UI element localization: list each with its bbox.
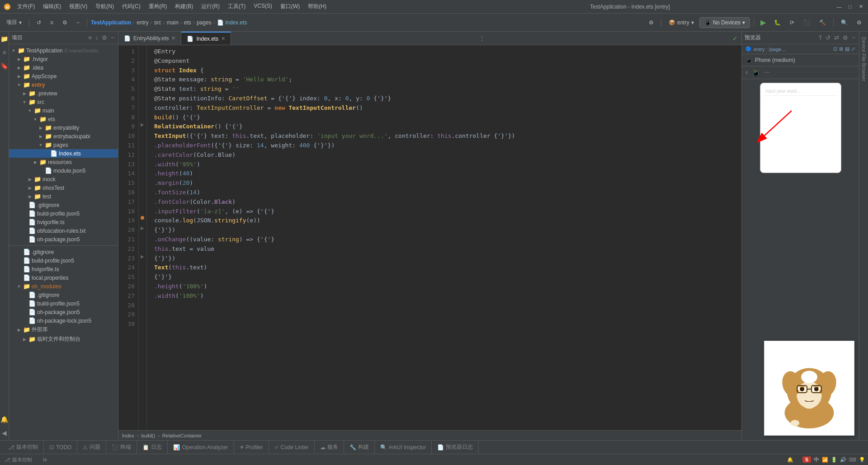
tab-entry-ability[interactable]: 📄 EntryAbility.ets ✕ bbox=[118, 32, 181, 45]
tree-item-oh-pkg[interactable]: 📄 oh-package.json5 bbox=[9, 308, 118, 316]
code-editor[interactable]: 12345 678910 1112131415 1617181920 21222… bbox=[118, 45, 741, 430]
preview-refresh-icon[interactable]: ↺ bbox=[825, 33, 831, 42]
menu-tools[interactable]: 工具(T) bbox=[224, 2, 249, 11]
tree-collapse-icon[interactable]: ↕ bbox=[94, 33, 99, 42]
tab-profiler[interactable]: ✈ Profiler bbox=[234, 441, 269, 454]
project-dropdown[interactable]: 项目 ▾ bbox=[3, 16, 25, 29]
breadcrumb-main[interactable]: main bbox=[167, 19, 179, 26]
no-devices-button[interactable]: 📱 No Devices ▾ bbox=[699, 17, 750, 28]
tree-item-root-build[interactable]: 📄 build-profile.json5 bbox=[9, 256, 118, 265]
bookmark-icon[interactable]: 🔖 bbox=[0, 61, 9, 71]
minimize-button[interactable]: — bbox=[835, 3, 843, 10]
tree-item-test[interactable]: ▶ 📁 test bbox=[9, 192, 118, 201]
tree-item-index-ets[interactable]: 📄 Index.ets bbox=[9, 149, 118, 158]
tab-todo[interactable]: ☑ TODO bbox=[44, 441, 77, 454]
status-notifications[interactable]: 🔔 bbox=[785, 457, 795, 463]
tree-item-oh-package[interactable]: 📄 oh-package.json5 bbox=[9, 235, 118, 244]
tree-item-scratch[interactable]: ▶ 📁 临时文件和控制台 bbox=[9, 334, 118, 344]
tree-close-icon[interactable]: − bbox=[110, 33, 115, 42]
tree-settings-icon[interactable]: ⚙ bbox=[101, 33, 108, 42]
settings-button[interactable]: ⚙ bbox=[59, 16, 71, 29]
tab-services[interactable]: ☁ 服务 bbox=[315, 441, 344, 454]
tab-index-ets-close[interactable]: ✕ bbox=[221, 36, 225, 42]
preview-settings-icon[interactable]: ⚙ bbox=[842, 33, 849, 42]
tree-item-resources[interactable]: ▶ 📁 resources bbox=[9, 158, 118, 166]
tree-item-ohostest[interactable]: ▶ 📁 ohosTest bbox=[9, 183, 118, 192]
tab-index-ets[interactable]: 📄 Index.ets ✕ bbox=[181, 32, 231, 45]
breadcrumb-app[interactable]: TestApplication bbox=[91, 19, 131, 26]
nav-phone-button[interactable]: 📱 bbox=[751, 68, 760, 77]
tree-item-module-json[interactable]: 📄 module.json5 bbox=[9, 166, 118, 175]
menu-window[interactable]: 窗口(W) bbox=[277, 2, 303, 11]
menu-build[interactable]: 构建(B) bbox=[171, 2, 197, 11]
tree-expand-icon[interactable]: ≡ bbox=[87, 33, 93, 42]
debug-button[interactable]: 🐛 bbox=[770, 16, 784, 29]
menu-vcs[interactable]: VCS(S) bbox=[250, 2, 276, 11]
sidebar-toggle-icon[interactable]: ◀ bbox=[1, 427, 8, 438]
nav-more-button[interactable]: ··· bbox=[764, 68, 770, 77]
ime-badge[interactable]: S bbox=[802, 456, 811, 463]
tab-log[interactable]: 📋 日志 bbox=[137, 441, 168, 454]
stop-button[interactable]: ⬛ bbox=[800, 16, 814, 29]
tab-operation-analyzer[interactable]: 📊 Operation Analyzer bbox=[168, 441, 234, 454]
status-version-control[interactable]: ⎇ 版本控制 bbox=[3, 456, 34, 463]
preview-view-icon[interactable]: ⊡ bbox=[833, 46, 837, 52]
run-button[interactable]: ▶ bbox=[758, 16, 769, 29]
build-button-2[interactable]: 🔨 bbox=[816, 16, 830, 29]
tree-root[interactable]: ▼ 📁 TestApplication E:\nana\Deskto bbox=[9, 46, 118, 55]
fold-arrow-9[interactable]: ▶ bbox=[141, 122, 144, 127]
menu-refactor[interactable]: 重构(R) bbox=[145, 2, 171, 11]
status-ie[interactable]: Ie bbox=[41, 457, 49, 462]
fold-arrow-23[interactable]: ▶ bbox=[141, 254, 144, 259]
tree-item-entry[interactable]: ▼ 📁 entry bbox=[9, 80, 118, 89]
tab-terminal[interactable]: ⬛ 终端 bbox=[106, 441, 137, 454]
preview-grid-icon[interactable]: ⊞ bbox=[839, 46, 843, 52]
tree-item-pages[interactable]: ▼ 📁 pages bbox=[9, 141, 118, 149]
tree-item-oh-modules[interactable]: ▼ 📁 oh_modules bbox=[9, 282, 118, 291]
collapse-button[interactable]: ≡ bbox=[47, 16, 57, 29]
entry-dropdown[interactable]: 📦 entry ▾ bbox=[665, 16, 698, 29]
tree-item-entryability[interactable]: ▶ 📁 entryability bbox=[9, 123, 118, 132]
tab-preview-log[interactable]: 📄 预览器日志 bbox=[432, 441, 479, 454]
tree-item-oh-gitignore[interactable]: 📄 .gitignore bbox=[9, 291, 118, 299]
breadcrumb-pages[interactable]: pages bbox=[197, 19, 212, 26]
settings-main-button[interactable]: ⚙ bbox=[853, 16, 865, 29]
tree-item-entrybackup[interactable]: ▶ 📁 entrybackupabi bbox=[9, 132, 118, 141]
tree-item-local-props[interactable]: 📄 local.properties bbox=[9, 273, 118, 282]
tree-item-hvigorfile[interactable]: 📄 hvigorfile.ts bbox=[9, 218, 118, 226]
tree-item-external[interactable]: ▶ 📁 外部库 bbox=[9, 325, 118, 334]
maximize-button[interactable]: □ bbox=[846, 3, 854, 10]
tab-entry-ability-close[interactable]: ✕ bbox=[171, 35, 175, 41]
profile-button[interactable]: ⟳ bbox=[786, 16, 798, 29]
tree-item-root-gitignore[interactable]: 📄 .gitignore bbox=[9, 248, 118, 256]
tree-item-idea[interactable]: ▶ 📁 .idea bbox=[9, 63, 118, 72]
tab-code-linter[interactable]: ✓ Code Linter bbox=[269, 441, 315, 454]
refresh-button[interactable]: ↺ bbox=[33, 16, 45, 29]
tree-item-main[interactable]: ▼ 📁 main bbox=[9, 106, 118, 115]
right-sidebar-text[interactable]: Device File Browser bbox=[860, 33, 868, 85]
tree-item-ets[interactable]: ▼ 📁 ets bbox=[9, 115, 118, 123]
fold-arrow-20[interactable]: ▶ bbox=[141, 225, 144, 230]
close-button[interactable]: ✕ bbox=[857, 3, 864, 10]
preview-layout-icon[interactable]: ▤ bbox=[845, 46, 849, 52]
menu-run[interactable]: 运行(R) bbox=[198, 2, 223, 11]
tree-item-root-hvigor[interactable]: 📄 hvigorfile.ts bbox=[9, 265, 118, 273]
structure-icon[interactable]: ≡ bbox=[1, 47, 7, 58]
tab-build[interactable]: 🔧 构建 bbox=[344, 441, 375, 454]
preview-expand-icon[interactable]: ⤢ bbox=[851, 46, 855, 52]
tree-item-oh-build-profile[interactable]: 📄 build-profile.json5 bbox=[9, 299, 118, 308]
search-everywhere-button[interactable]: 🔍 bbox=[837, 16, 851, 29]
device-selector[interactable]: 📱 Phone (medium) bbox=[742, 54, 859, 66]
gear-settings-button[interactable]: ⚙ bbox=[645, 16, 657, 29]
menu-file[interactable]: 文件(F) bbox=[14, 2, 38, 11]
tab-more-button[interactable]: ⋮ bbox=[476, 35, 488, 42]
menu-help[interactable]: 帮助(H) bbox=[304, 2, 330, 11]
tree-item-hvigor[interactable]: ▶ 📁 .hvigor bbox=[9, 55, 118, 63]
menu-view[interactable]: 视图(V) bbox=[66, 2, 91, 11]
breadcrumb-relative[interactable]: RelativeContainer bbox=[162, 433, 202, 438]
notifications-icon[interactable]: 🔔 bbox=[0, 414, 9, 425]
menu-code[interactable]: 代码(C) bbox=[118, 2, 144, 11]
tree-item-mock[interactable]: ▶ 📁 mock bbox=[9, 175, 118, 183]
breadcrumb-entry[interactable]: entry bbox=[137, 19, 149, 26]
tree-item-gitignore[interactable]: 📄 .gitignore bbox=[9, 201, 118, 209]
